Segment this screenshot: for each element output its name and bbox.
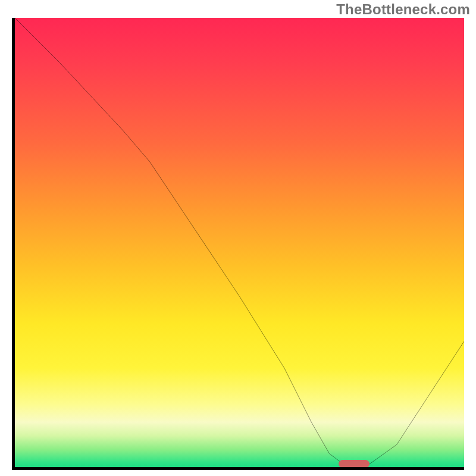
watermark-text: TheBottleneck.com xyxy=(336,1,470,18)
plot-area xyxy=(12,18,464,470)
optimal-range-marker xyxy=(339,460,370,468)
chart-canvas: TheBottleneck.com xyxy=(0,0,476,476)
gradient-background xyxy=(15,18,464,467)
